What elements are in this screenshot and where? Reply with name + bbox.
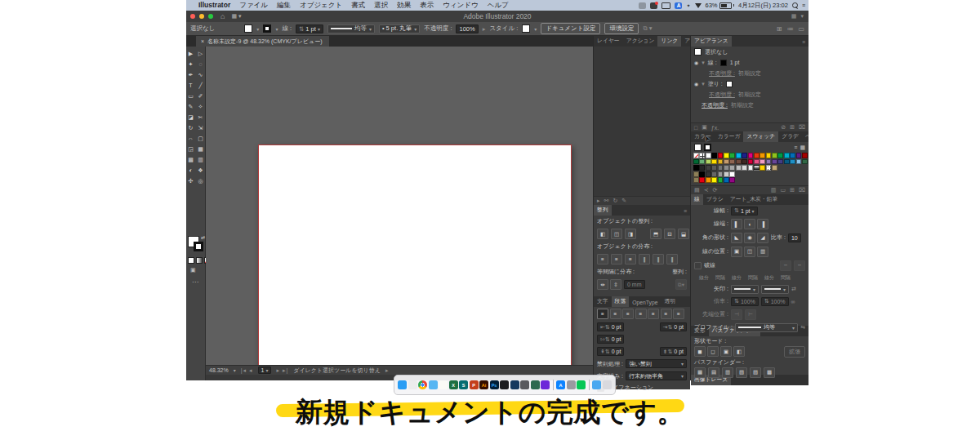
tab-color-group-4[interactable]: ペー bbox=[802, 131, 808, 142]
swatch-0-16[interactable] bbox=[790, 153, 795, 158]
fill-color-chip[interactable] bbox=[244, 24, 252, 33]
swatch-1-1[interactable] bbox=[699, 159, 705, 165]
swatch-3-0[interactable] bbox=[693, 171, 699, 177]
stroke-align-button-0[interactable]: ▣ bbox=[731, 247, 742, 257]
tab-links-group-0[interactable]: レイヤー bbox=[594, 36, 623, 47]
swatch-2-5[interactable] bbox=[724, 165, 729, 171]
distribute-button-3[interactable]: ∥ bbox=[639, 254, 650, 264]
appearance-fill-chip[interactable] bbox=[726, 81, 733, 87]
icon-1[interactable]: ⚯ bbox=[604, 198, 609, 204]
gradient-tool[interactable]: ▥ bbox=[196, 154, 206, 165]
align-button-3[interactable]: ⬒ bbox=[650, 229, 662, 239]
pathfinder-button-2[interactable]: ▥ bbox=[722, 367, 733, 378]
color-button[interactable] bbox=[188, 257, 194, 264]
swatch-4-4[interactable] bbox=[718, 177, 724, 183]
swatch-1-14[interactable] bbox=[777, 159, 783, 165]
panel-menu-icon[interactable]: ≡ bbox=[680, 207, 690, 216]
scale-tool[interactable]: ⇲ bbox=[196, 122, 206, 133]
swatch-3-1[interactable] bbox=[699, 171, 705, 177]
paragraph-align-button-0[interactable]: ≡ bbox=[597, 309, 608, 319]
cap-button-2[interactable]: ▐ bbox=[757, 219, 768, 229]
appearance-stroke-chip[interactable] bbox=[720, 60, 727, 66]
document-tab[interactable]: × 名称未設定-9 @ 48.32% (CMYK/プレビュー) bbox=[196, 36, 329, 47]
swatch-3-4[interactable] bbox=[718, 171, 724, 177]
icon-3[interactable]: ▥ bbox=[771, 187, 777, 193]
dock-excel-icon[interactable]: X bbox=[449, 380, 458, 389]
display-status-icon[interactable] bbox=[662, 2, 670, 9]
bluetooth-icon[interactable]: ✦ bbox=[686, 2, 690, 8]
arrow-start-dropdown[interactable]: ▾ bbox=[731, 285, 759, 294]
spotlight-icon[interactable] bbox=[792, 2, 798, 8]
brush-dropdown[interactable]: • 5 pt. 丸筆▾ bbox=[379, 24, 420, 33]
tab-stroke-group-0[interactable]: 線 bbox=[691, 194, 703, 205]
stroke-opacity-link[interactable]: 不透明度 : bbox=[709, 69, 735, 78]
menu-item-2[interactable]: 編集 bbox=[277, 1, 291, 11]
distribute-button-4[interactable]: ∥ bbox=[653, 254, 664, 264]
stroke-align-button-1[interactable]: ◫ bbox=[744, 247, 755, 257]
menu-item-9[interactable]: ヘルプ bbox=[488, 1, 509, 11]
tab-color-group-1[interactable]: カラーガ bbox=[715, 131, 744, 142]
align-button-1[interactable]: ◫ bbox=[611, 229, 622, 239]
swatch-0-9[interactable] bbox=[748, 153, 754, 158]
appearance-stroke-width[interactable]: 1 pt bbox=[730, 60, 740, 65]
opacity-more-icon[interactable]: ▸ bbox=[483, 25, 486, 33]
icon-3[interactable]: ✎ bbox=[621, 198, 626, 204]
swatch-2-8[interactable] bbox=[742, 165, 747, 171]
swatch-0-10[interactable] bbox=[754, 153, 760, 158]
swatch-fill-proxy[interactable] bbox=[694, 144, 702, 151]
menu-item-3[interactable]: オブジェクト bbox=[300, 1, 342, 11]
join-button-0[interactable]: ◣ bbox=[731, 233, 742, 243]
swatch-1-10[interactable] bbox=[754, 159, 760, 165]
swatch-2-13[interactable] bbox=[772, 165, 777, 171]
first-artboard-icon[interactable]: |◂ ◂ bbox=[241, 367, 253, 374]
swatch-1-11[interactable] bbox=[760, 159, 765, 165]
swatch-4-5[interactable] bbox=[724, 177, 729, 183]
dock-powerpoint-icon[interactable]: P bbox=[470, 380, 479, 389]
swatch-4-2[interactable] bbox=[706, 177, 711, 183]
preferences-button[interactable]: 環境設定 bbox=[604, 23, 639, 34]
edit-toolbar-icon[interactable]: ⋯ bbox=[192, 278, 198, 286]
dock-trash-icon[interactable] bbox=[603, 380, 612, 389]
tab-type-group-1[interactable]: 段落 bbox=[612, 296, 630, 307]
icon-5[interactable]: ⌧ bbox=[799, 124, 805, 131]
tab-links-group-1[interactable]: アクション bbox=[623, 36, 658, 47]
join-button-2[interactable]: ◢ bbox=[757, 233, 768, 243]
next-artboard-icon[interactable]: ▸ ▸| bbox=[276, 367, 288, 374]
tab-type-group-3[interactable]: 透明 bbox=[662, 296, 679, 307]
swatch-4-1[interactable] bbox=[699, 177, 705, 183]
swatch-0-13[interactable] bbox=[772, 153, 777, 158]
visibility-eye-icon[interactable]: ◉ bbox=[694, 81, 698, 87]
pen-tool[interactable]: ✒ bbox=[186, 69, 196, 80]
workspace-switcher[interactable]: ▦▾ bbox=[791, 13, 804, 20]
rotate-tool[interactable]: ↻ bbox=[186, 122, 196, 133]
rectangle-tool[interactable]: ▭ bbox=[186, 91, 196, 101]
style-dropdown-icon[interactable]: ▾ bbox=[534, 26, 537, 32]
swatch-1-0[interactable] bbox=[693, 159, 699, 165]
dash-preset-1[interactable]: ╍ bbox=[780, 260, 791, 271]
zoom-dropdown-icon[interactable]: ▾ bbox=[234, 367, 236, 373]
pathfinder-button-3[interactable]: ▧ bbox=[736, 367, 747, 378]
swatch-0-4[interactable] bbox=[718, 153, 724, 158]
flip-profile-icons[interactable]: ⇋ bbox=[800, 324, 805, 331]
scissors-tool[interactable]: ✂ bbox=[196, 112, 206, 122]
miter-field[interactable]: 10 bbox=[788, 233, 801, 242]
swatch-3-3[interactable] bbox=[711, 171, 717, 177]
curvature-tool[interactable]: ∿ bbox=[196, 69, 206, 80]
swatch-2-12[interactable] bbox=[766, 165, 772, 171]
swatch-1-2[interactable] bbox=[706, 159, 711, 165]
dock-sharepoint-icon[interactable]: S bbox=[459, 380, 468, 389]
swatch-0-8[interactable] bbox=[742, 153, 747, 158]
dock-line-icon[interactable] bbox=[577, 380, 586, 389]
isolate-icon[interactable]: ⧉ ▾ bbox=[643, 24, 652, 33]
space-before-field[interactable]: ⇞⇅0 pt bbox=[597, 347, 624, 356]
mesh-tool[interactable]: ▩ bbox=[186, 154, 196, 165]
swatch-1-5[interactable] bbox=[724, 159, 729, 165]
camera-status-icon[interactable] bbox=[650, 2, 657, 9]
distribute-button-0[interactable]: ≡ bbox=[597, 254, 608, 264]
stroke-weight-field[interactable]: ⇅1 pt▾ bbox=[731, 207, 758, 216]
hand-tool[interactable]: ✣ bbox=[186, 176, 196, 186]
paragraph-align-button-6[interactable]: ≡ bbox=[673, 309, 684, 319]
swatch-1-7[interactable] bbox=[736, 159, 742, 165]
zoom-tool[interactable]: ◎ bbox=[196, 176, 206, 186]
perspective-grid-tool[interactable]: ▦ bbox=[196, 144, 206, 154]
